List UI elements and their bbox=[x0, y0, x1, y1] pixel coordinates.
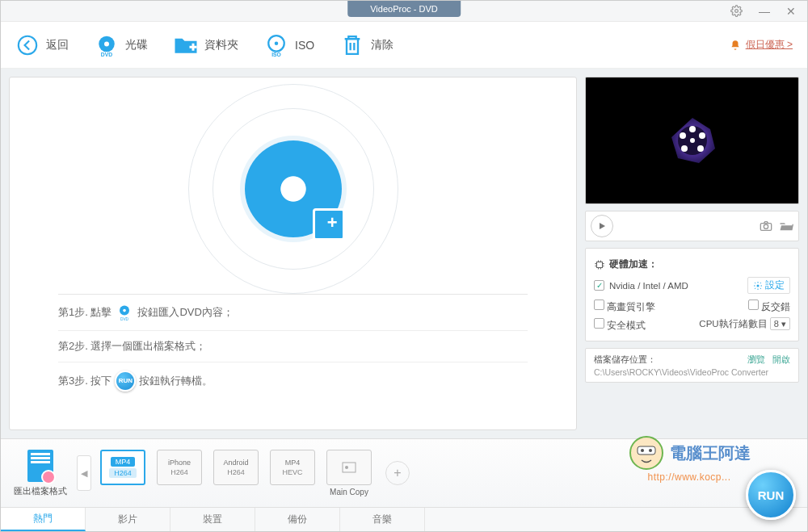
step-3: 第3步. 按下 RUN 按鈕執行轉檔。 bbox=[58, 362, 528, 400]
svg-text:DVD: DVD bbox=[120, 316, 129, 320]
open-folder-button[interactable]: 開啟 bbox=[772, 354, 790, 364]
bell-icon bbox=[730, 40, 741, 51]
folder-plus-icon bbox=[174, 33, 198, 57]
run-button[interactable]: RUN bbox=[746, 470, 796, 520]
import-disc-button[interactable]: + bbox=[213, 108, 374, 270]
iso-icon: ISO bbox=[264, 33, 288, 57]
gpu-checkbox[interactable]: ✓ bbox=[594, 280, 604, 291]
preset-add-button[interactable]: + bbox=[385, 461, 410, 485]
svg-point-1 bbox=[19, 36, 36, 53]
promo-link[interactable]: 假日優惠 > bbox=[730, 38, 793, 52]
hwaccel-settings-button[interactable]: 設定 bbox=[747, 277, 790, 294]
tab-2[interactable]: 裝置 bbox=[170, 508, 255, 531]
tab-4[interactable]: 音樂 bbox=[340, 508, 425, 531]
svg-point-15 bbox=[699, 132, 705, 139]
chip-icon bbox=[594, 259, 605, 270]
safe-checkbox[interactable] bbox=[594, 318, 604, 329]
clear-button[interactable]: 清除 bbox=[340, 33, 393, 57]
save-path: C:\Users\ROCKY\Videos\VideoProc Converte… bbox=[594, 367, 790, 377]
svg-point-25 bbox=[345, 466, 348, 469]
back-button[interactable]: 返回 bbox=[15, 33, 69, 57]
svg-point-23 bbox=[757, 284, 760, 287]
svg-point-19 bbox=[690, 138, 695, 143]
preset-prev-button[interactable]: ◀ bbox=[77, 455, 91, 491]
close-button[interactable]: ✕ bbox=[786, 5, 796, 18]
step-1: 第1步. 點擊 DVD 按鈕匯入DVD內容； bbox=[58, 295, 528, 331]
toolbar: 返回 DVD 光碟 資料夾 ISO ISO 清除 bbox=[1, 22, 807, 69]
browse-button[interactable]: 瀏覽 bbox=[747, 354, 765, 364]
tab-1[interactable]: 影片 bbox=[86, 508, 170, 531]
svg-rect-22 bbox=[597, 262, 603, 267]
svg-rect-24 bbox=[343, 463, 356, 472]
window-title: VideoProc - DVD bbox=[347, 1, 461, 17]
titlebar: VideoProc - DVD — ✕ bbox=[1, 1, 807, 22]
dvd-disc-icon: DVD bbox=[95, 33, 119, 57]
svg-point-21 bbox=[764, 224, 768, 228]
preset-1[interactable]: iPhoneH264 bbox=[154, 450, 204, 485]
step-2: 第2步. 選擇一個匯出檔案格式； bbox=[58, 331, 528, 362]
svg-point-8 bbox=[275, 41, 279, 45]
svg-rect-6 bbox=[192, 43, 195, 50]
plus-icon: + bbox=[327, 212, 338, 233]
threads-select[interactable]: 8 ▾ bbox=[770, 317, 790, 330]
run-mini-icon: RUN bbox=[115, 371, 136, 392]
options-panel: 硬體加速： ✓ Nvidia / Intel / AMD 設定 高畫質引擎 反交… bbox=[585, 248, 799, 341]
svg-point-18 bbox=[680, 132, 686, 139]
preset-3[interactable]: MP4HEVC bbox=[267, 450, 318, 485]
folder-button[interactable]: 資料夾 bbox=[174, 33, 238, 57]
deint-checkbox[interactable] bbox=[748, 300, 759, 310]
minimize-button[interactable]: — bbox=[759, 5, 770, 18]
disc-button[interactable]: DVD 光碟 bbox=[95, 33, 148, 57]
output-format-label: 匯出檔案格式 bbox=[11, 450, 70, 497]
svg-point-0 bbox=[735, 9, 739, 12]
preview-controls bbox=[585, 211, 799, 241]
svg-point-16 bbox=[697, 145, 704, 152]
settings-gear-icon[interactable] bbox=[730, 5, 743, 18]
svg-point-11 bbox=[124, 308, 127, 312]
tab-0[interactable]: 熱門 bbox=[1, 508, 86, 531]
snapshot-icon[interactable] bbox=[760, 220, 772, 232]
back-arrow-icon bbox=[15, 33, 40, 57]
svg-point-17 bbox=[681, 145, 688, 152]
tab-3[interactable]: 備份 bbox=[255, 508, 340, 531]
svg-point-14 bbox=[689, 126, 696, 132]
preset-4[interactable]: Main Copy bbox=[324, 450, 374, 496]
format-tabs: 熱門影片裝置備份音樂 bbox=[1, 507, 807, 531]
save-location-panel: 檔案儲存位置： 瀏覽 開啟 C:\Users\ROCKY\Videos\Vide… bbox=[585, 348, 799, 383]
bottom-bar: 匯出檔案格式 ◀ MP4H264iPhoneH264AndroidH264MP4… bbox=[1, 438, 807, 531]
format-doc-icon bbox=[27, 450, 53, 482]
preset-2[interactable]: AndroidH264 bbox=[211, 450, 261, 485]
svg-point-3 bbox=[104, 41, 109, 46]
main-stage: + 第1步. 點擊 DVD 按鈕匯入DVD內容； 第2步. 選擇一個匯出檔案格式… bbox=[9, 77, 577, 430]
svg-text:ISO: ISO bbox=[271, 51, 281, 57]
folder-open-icon[interactable] bbox=[779, 220, 793, 232]
iso-button[interactable]: ISO ISO bbox=[264, 33, 314, 57]
videoproc-logo-icon bbox=[667, 115, 718, 166]
hq-checkbox[interactable] bbox=[594, 300, 604, 310]
trash-icon bbox=[340, 33, 364, 57]
preset-0[interactable]: MP4H264 bbox=[98, 450, 148, 485]
preview-panel bbox=[585, 77, 799, 204]
play-button[interactable] bbox=[591, 215, 613, 237]
svg-text:DVD: DVD bbox=[101, 51, 112, 57]
dvd-mini-icon: DVD bbox=[115, 303, 134, 322]
